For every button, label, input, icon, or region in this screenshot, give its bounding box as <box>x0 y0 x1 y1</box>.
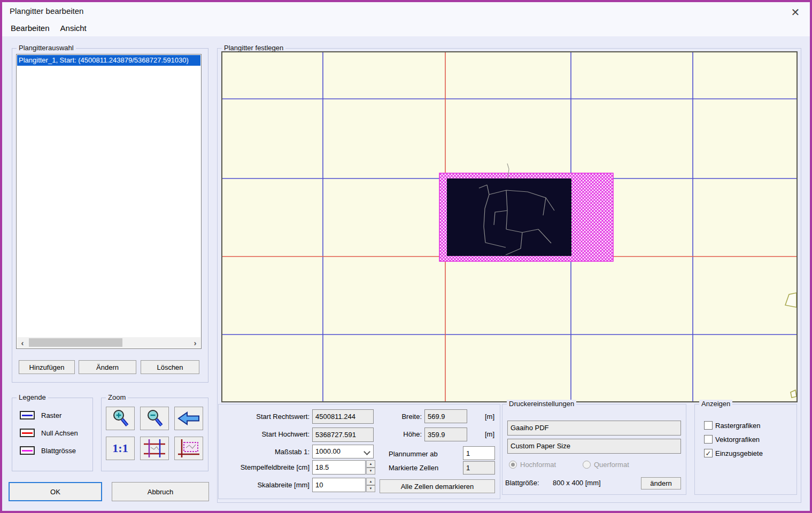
scroll-right-icon[interactable]: › <box>190 337 200 348</box>
zoom-out-button[interactable] <box>140 407 169 430</box>
breite-label: Breite: <box>384 413 422 421</box>
aendern-blattgroesse-button[interactable]: ändern <box>641 477 681 489</box>
plannummer-label: Plannummer ab <box>389 450 438 458</box>
start-rechtswert-field[interactable] <box>312 409 374 424</box>
plan-grid-drawing <box>222 52 796 401</box>
plangitterauswahl-groupbox: Plangitterauswahl Plangitter_1, Start: (… <box>12 48 208 383</box>
massstab-combobox[interactable]: 1000.00 <box>312 445 374 458</box>
check-icon: ✓ <box>706 449 712 457</box>
markierte-zellen-label: Markierte Zellen <box>389 464 438 472</box>
null-achsen-swatch-icon <box>20 429 35 437</box>
spin-down-icon[interactable]: ▼ <box>366 485 375 493</box>
skalabreite-label: Skalabreite [mm] <box>217 481 310 489</box>
stempelfeldbreite-field[interactable] <box>312 460 366 475</box>
hochformat-radio-row: Hochformat <box>509 461 556 469</box>
zoom-1to1-button[interactable]: 1:1 <box>106 437 135 460</box>
breite-unit: [m] <box>485 413 494 421</box>
hoehe-unit: [m] <box>485 430 494 438</box>
hoehe-field[interactable] <box>424 428 467 441</box>
massstab-value: 1000.00 <box>315 447 341 455</box>
einzugsgebiete-checkbox[interactable]: ✓ <box>704 449 713 457</box>
abbruch-button[interactable]: Abbruch <box>112 482 209 501</box>
plangitter-dialog: Plangitter bearbeiten ✕ Bearbeiten Ansic… <box>0 0 812 513</box>
einzugsgebiete-row: ✓ Einzugsgebiete <box>704 449 763 457</box>
horizontal-scrollbar[interactable]: ‹ › <box>17 337 200 348</box>
menu-ansicht[interactable]: Ansicht <box>55 21 92 35</box>
rastergrafiken-checkbox[interactable]: ✓ <box>704 421 713 430</box>
titlebar <box>2 2 810 36</box>
blattgroesse-label: Blattgröße: <box>505 479 539 487</box>
close-icon[interactable]: ✕ <box>787 4 803 20</box>
zoom-title: Zoom <box>106 393 128 401</box>
spin-up-icon[interactable]: ▲ <box>366 460 375 468</box>
plangitterauswahl-title: Plangitterauswahl <box>17 44 76 52</box>
printer-name-field[interactable]: Gaaiho PDF <box>507 421 681 436</box>
legend-raster-label: Raster <box>41 411 61 419</box>
plangitter-festlegen-title: Plangitter festlegen <box>222 44 285 52</box>
aendern-button[interactable]: Ändern <box>79 360 136 374</box>
einzugsgebiete-label: Einzugsgebiete <box>715 449 763 457</box>
menu-bearbeiten[interactable]: Bearbeiten <box>5 21 55 35</box>
one-to-one-icon: 1:1 <box>112 441 128 455</box>
plan-grid-canvas[interactable] <box>221 51 798 402</box>
legende-groupbox: Legende Raster Null Achsen Blattgrösse <box>12 398 93 471</box>
scroll-thumb[interactable] <box>29 338 122 347</box>
plannummer-field[interactable] <box>463 446 495 460</box>
start-hochwert-field[interactable] <box>312 428 374 442</box>
zoom-in-icon <box>110 409 131 428</box>
plangitter-listbox[interactable]: Plangitter_1, Start: (4500811.243879/536… <box>16 54 202 349</box>
druckereinstellungen-title: Druckereinstellungen <box>507 400 576 408</box>
hochformat-radio[interactable] <box>509 461 517 469</box>
window-title: Plangitter bearbeiten <box>10 6 83 15</box>
start-rechtswert-label: Start Rechtswert: <box>227 413 310 421</box>
legend-null-achsen-label: Null Achsen <box>41 429 78 437</box>
legend-raster: Raster <box>20 411 61 419</box>
rastergrafiken-row: ✓ Rastergrafiken <box>704 421 761 430</box>
zoom-in-button[interactable] <box>106 407 135 430</box>
paper-size-field[interactable]: Custom Paper Size <box>507 439 681 454</box>
sheet-zoom-icon <box>177 438 200 458</box>
zoom-sheet-button[interactable] <box>174 437 203 460</box>
breite-field[interactable] <box>424 409 467 423</box>
vektorgrafiken-checkbox[interactable]: ✓ <box>704 435 713 444</box>
vektorgrafiken-label: Vektorgrafiken <box>715 436 760 444</box>
zoom-out-icon <box>144 409 165 428</box>
skalabreite-spinner[interactable]: ▲ ▼ <box>366 478 375 492</box>
start-hochwert-label: Start Hochwert: <box>227 430 310 438</box>
stempelfeldbreite-spinner[interactable]: ▲ ▼ <box>366 460 375 475</box>
querformat-radio-row: Querformat <box>583 461 629 469</box>
legend-null-achsen: Null Achsen <box>20 429 78 437</box>
zoom-groupbox: Zoom 1:1 <box>101 398 208 471</box>
alle-zellen-demarkieren-button[interactable]: Alle Zellen demarkieren <box>380 479 495 493</box>
spin-up-icon[interactable]: ▲ <box>366 478 375 485</box>
legende-title: Legende <box>17 393 48 401</box>
hochformat-label: Hochformat <box>520 461 556 469</box>
spin-down-icon[interactable]: ▼ <box>366 468 375 475</box>
scroll-track[interactable] <box>28 337 190 348</box>
rastergrafiken-label: Rastergrafiken <box>715 422 761 430</box>
legend-blattgroesse: Blattgrösse <box>20 446 76 455</box>
zoom-grid-button[interactable] <box>140 437 169 460</box>
anzeigen-title: Anzeigen <box>699 400 732 408</box>
loeschen-button[interactable]: Löschen <box>141 360 199 374</box>
ok-button[interactable]: OK <box>9 482 102 501</box>
paper-size: Custom Paper Size <box>511 442 570 450</box>
list-item[interactable]: Plangitter_1, Start: (4500811.243879/536… <box>17 55 200 66</box>
markierte-zellen-field[interactable] <box>463 461 495 475</box>
scroll-left-icon[interactable]: ‹ <box>17 337 28 348</box>
massstab-label: Maßstab 1: <box>227 448 310 456</box>
hoehe-label: Höhe: <box>384 430 422 438</box>
skalabreite-field[interactable] <box>312 478 366 492</box>
querformat-radio[interactable] <box>583 461 591 469</box>
map-preview <box>447 178 571 256</box>
back-arrow-icon <box>177 410 200 426</box>
vektorgrafiken-row: ✓ Vektorgrafiken <box>704 435 760 444</box>
blattgroesse-swatch-icon <box>20 446 35 455</box>
hinzufuegen-button[interactable]: Hinzufügen <box>19 360 75 374</box>
printer-name: Gaaiho PDF <box>511 424 549 432</box>
zoom-back-button[interactable] <box>174 407 203 430</box>
legend-blattgroesse-label: Blattgrösse <box>41 447 76 455</box>
querformat-label: Querformat <box>594 461 629 469</box>
stempelfeldbreite-label: Stempelfeldbreite [cm] <box>217 463 310 471</box>
chevron-down-icon[interactable] <box>364 448 370 455</box>
